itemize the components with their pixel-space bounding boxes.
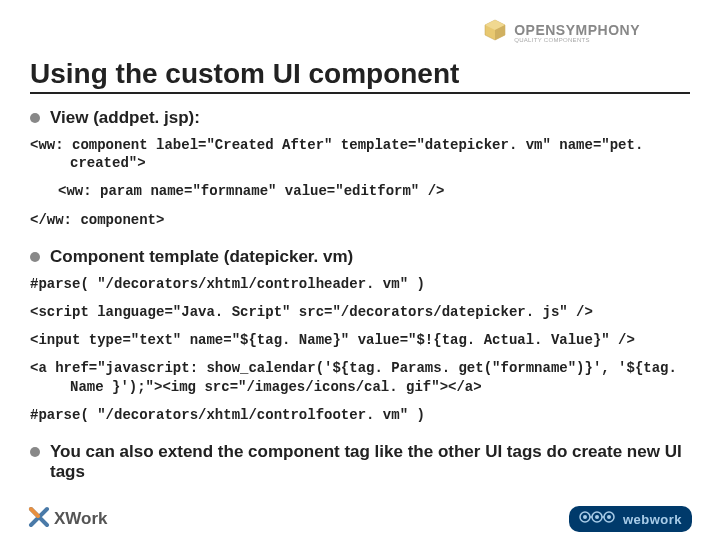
slide-content: Using the custom UI component View (addp… — [0, 0, 720, 482]
bullet-template: Component template (datepicker. vm) — [30, 247, 690, 267]
bullet-icon — [30, 252, 40, 262]
code-line: <script language="Java. Script" src="/de… — [30, 303, 690, 321]
bullet-icon — [30, 447, 40, 457]
code-line: <input type="text" name="${tag. Name}" v… — [30, 331, 690, 349]
code-line: #parse( "/decorators/xhtml/controlfooter… — [30, 406, 690, 424]
code-line: <ww: component label="Created After" tem… — [30, 136, 690, 172]
bullet-heading: Component template (datepicker. vm) — [50, 247, 353, 267]
code-line: #parse( "/decorators/xhtml/controlheader… — [30, 275, 690, 293]
bullet-heading: View (addpet. jsp): — [50, 108, 200, 128]
webwork-text: webwork — [623, 512, 682, 527]
footer: XWork webwork — [0, 506, 720, 532]
bullet-extend: You can also extend the component tag li… — [30, 442, 690, 482]
svg-point-6 — [595, 515, 599, 519]
svg-point-4 — [583, 515, 587, 519]
bullet-icon — [30, 113, 40, 123]
xwork-text: XWork — [54, 509, 108, 529]
cube-icon — [482, 18, 508, 48]
xwork-icon — [28, 506, 50, 532]
opensymphony-logo: OPENSYMPHONY QUALITY COMPONENTS — [482, 18, 640, 48]
code-line: </ww: component> — [30, 211, 690, 229]
logo-main-text: OPENSYMPHONY — [514, 23, 640, 37]
bullet-view: View (addpet. jsp): — [30, 108, 690, 128]
slide-title: Using the custom UI component — [30, 58, 690, 94]
svg-point-8 — [607, 515, 611, 519]
code-line: <a href="javascript: show_calendar('${ta… — [30, 359, 690, 395]
webwork-dots-icon — [579, 510, 615, 528]
code-line: <ww: param name="formname" value="editfo… — [30, 182, 690, 200]
bullet-heading: You can also extend the component tag li… — [50, 442, 690, 482]
logo-sub-text: QUALITY COMPONENTS — [514, 37, 640, 43]
webwork-logo: webwork — [569, 506, 692, 532]
xwork-logo: XWork — [28, 506, 108, 532]
